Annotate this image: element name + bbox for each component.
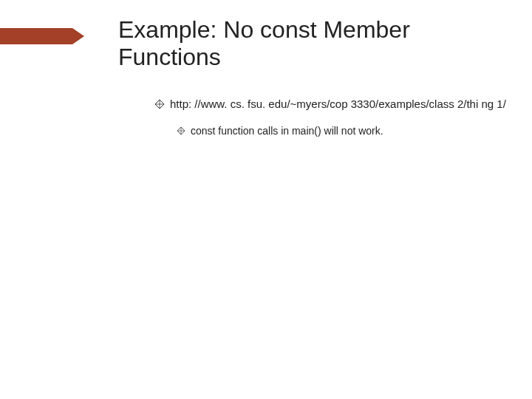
diamond-bullet-icon (177, 127, 185, 134)
list-item: http: //www. cs. fsu. edu/~myers/cop 333… (155, 98, 510, 112)
diamond-bullet-icon (155, 100, 164, 109)
slide-title: Example: No const Member Functions (118, 16, 502, 71)
accent-bar (0, 28, 72, 44)
bullet-text: const function calls in main() will not … (191, 125, 510, 138)
sublist: const function calls in main() will not … (177, 125, 510, 138)
list-item: const function calls in main() will not … (177, 125, 510, 138)
accent-arrowhead (72, 28, 84, 44)
slide-content: http: //www. cs. fsu. edu/~myers/cop 333… (155, 98, 510, 137)
bullet-text: http: //www. cs. fsu. edu/~myers/cop 333… (170, 98, 510, 112)
